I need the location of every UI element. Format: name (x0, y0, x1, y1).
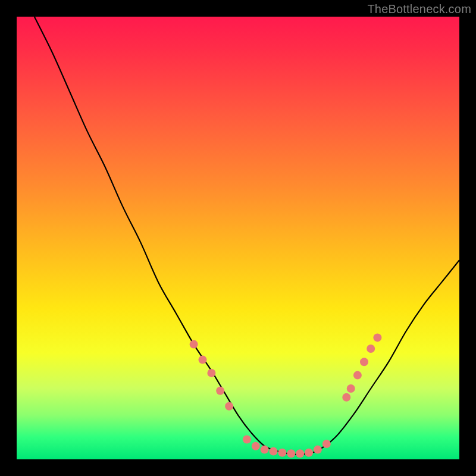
data-marker (243, 436, 251, 444)
chart-frame: TheBottleneck.com (0, 0, 476, 476)
data-marker (360, 358, 368, 366)
data-marker (207, 369, 215, 377)
plot-area (17, 17, 459, 459)
data-marker (252, 442, 260, 450)
data-marker (199, 356, 207, 364)
data-marker (296, 449, 304, 458)
watermark-label: TheBottleneck.com (367, 2, 471, 16)
data-marker (261, 446, 269, 454)
data-marker (314, 446, 322, 454)
data-marker (270, 447, 278, 456)
data-marker (347, 384, 355, 393)
chart-svg (17, 17, 459, 459)
data-marker (287, 449, 295, 458)
data-marker (373, 333, 381, 342)
data-marker (305, 449, 313, 457)
data-marker (353, 371, 362, 380)
data-marker (278, 449, 286, 457)
data-marker (322, 440, 331, 448)
data-marker (367, 345, 375, 353)
data-marker (216, 387, 224, 395)
data-marker (342, 393, 350, 402)
data-marker (225, 402, 233, 411)
data-marker (190, 340, 198, 349)
marker-group (190, 333, 382, 458)
bottleneck-curve (35, 17, 459, 455)
